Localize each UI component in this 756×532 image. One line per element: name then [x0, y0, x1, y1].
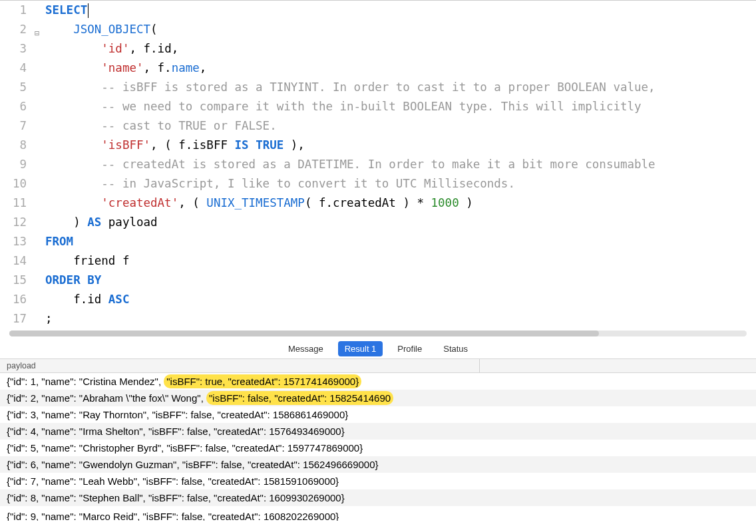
code-text[interactable]: -- createdAt is stored as a DATETIME. In…	[44, 155, 756, 174]
code-line[interactable]: 1SELECT	[0, 1, 756, 20]
result-cell-text: {"id": 2, "name": "Abraham \"the fox\" W…	[7, 392, 206, 404]
result-cell-text: {"id": 3, "name": "Ray Thornton", "isBFF…	[7, 409, 348, 420]
code-line[interactable]: 10 -- in JavaScript, I like to convert i…	[0, 174, 756, 194]
line-number: 10	[0, 174, 35, 194]
code-line[interactable]: 15ORDER BY	[0, 271, 756, 290]
result-row[interactable]: {"id": 2, "name": "Abraham \"the fox\" W…	[0, 390, 756, 406]
code-text[interactable]: -- we need to compare it with the in-bui…	[44, 97, 756, 116]
result-cell-text: {"id": 4, "name": "Irma Shelton", "isBFF…	[7, 426, 345, 437]
result-row[interactable]: {"id": 1, "name": "Cristina Mendez", "is…	[0, 373, 756, 390]
code-text[interactable]: 'name', f.name,	[44, 59, 756, 78]
code-line[interactable]: 16 f.id ASC	[0, 290, 756, 309]
code-line[interactable]: 13FROM	[0, 232, 756, 251]
line-number: 11	[0, 194, 35, 213]
result-cell-text: {"id": 5, "name": "Christopher Byrd", "i…	[7, 442, 363, 454]
tab-message[interactable]: Message	[282, 341, 330, 356]
code-text[interactable]: SELECT	[44, 1, 756, 20]
result-cell-text: {"id": 1, "name": "Cristina Mendez",	[7, 376, 164, 387]
column-header-label: payload	[7, 361, 36, 370]
line-number: 8	[0, 136, 35, 155]
tab-profile[interactable]: Profile	[391, 341, 429, 356]
code-text[interactable]: ORDER BY	[44, 271, 756, 290]
tab-result-1[interactable]: Result 1	[338, 341, 383, 356]
code-area[interactable]: 1SELECT2⊟ JSON_OBJECT(3 'id', f.id,4 'na…	[0, 1, 756, 329]
line-number: 4	[0, 59, 35, 78]
result-row[interactable]: {"id": 8, "name": "Stephen Ball", "isBFF…	[0, 489, 756, 506]
code-line[interactable]: 12 ) AS payload	[0, 213, 756, 232]
line-number: 12	[0, 213, 35, 232]
line-number: 13	[0, 232, 35, 251]
tab-status[interactable]: Status	[437, 341, 474, 356]
horizontal-scrollbar[interactable]	[9, 331, 747, 336]
line-number: 3	[0, 39, 35, 59]
code-line[interactable]: 5 -- isBFF is stored as a TINYINT. In or…	[0, 78, 756, 97]
line-number: 1	[0, 1, 35, 20]
code-text[interactable]: 'isBFF', ( f.isBFF IS TRUE ),	[44, 136, 756, 155]
result-row[interactable]: {"id": 3, "name": "Ray Thornton", "isBFF…	[0, 406, 756, 423]
text-caret	[88, 3, 89, 18]
code-line[interactable]: 8 'isBFF', ( f.isBFF IS TRUE ),	[0, 136, 756, 155]
line-number: 17	[0, 309, 35, 329]
result-cell-text: {"id": 8, "name": "Stephen Ball", "isBFF…	[7, 492, 345, 503]
code-text[interactable]: ) AS payload	[44, 213, 756, 232]
result-row[interactable]: {"id": 4, "name": "Irma Shelton", "isBFF…	[0, 423, 756, 440]
highlighted-text: "isBFF": true, "createdAt": 157174146900…	[164, 374, 361, 388]
code-line[interactable]: 17;	[0, 309, 756, 329]
code-text[interactable]: ;	[44, 309, 756, 329]
code-line[interactable]: 2⊟ JSON_OBJECT(	[0, 20, 756, 39]
code-text[interactable]: -- cast to TRUE or FALSE.	[44, 116, 756, 136]
result-row[interactable]: {"id": 6, "name": "Gwendolyn Guzman", "i…	[0, 456, 756, 473]
code-line[interactable]: 7 -- cast to TRUE or FALSE.	[0, 116, 756, 136]
highlighted-text: "isBFF": false, "createdAt": 15825414690	[206, 391, 393, 405]
result-cell-text: {"id": 6, "name": "Gwendolyn Guzman", "i…	[7, 459, 379, 470]
code-text[interactable]: FROM	[44, 232, 756, 251]
code-text[interactable]: JSON_OBJECT(	[44, 20, 756, 39]
line-number: 16	[0, 290, 35, 309]
line-number: 2	[0, 20, 35, 39]
results-tabs-bar: MessageResult 1ProfileStatus	[0, 339, 756, 359]
code-text[interactable]: 'id', f.id,	[44, 39, 756, 59]
code-line[interactable]: 11 'createdAt', ( UNIX_TIMESTAMP( f.crea…	[0, 194, 756, 213]
code-text[interactable]: f.id ASC	[44, 290, 756, 309]
line-number: 6	[0, 97, 35, 116]
result-row[interactable]: {"id": 7, "name": "Leah Webb", "isBFF": …	[0, 473, 756, 489]
fold-collapse-icon[interactable]: ⊟	[35, 24, 39, 43]
result-row[interactable]: {"id": 9, "name": "Marco Reid", "isBFF":…	[0, 506, 756, 521]
results-column-header: payload	[0, 359, 756, 373]
line-number: 9	[0, 155, 35, 174]
code-text[interactable]: 'createdAt', ( UNIX_TIMESTAMP( f.created…	[44, 194, 756, 213]
code-text[interactable]: friend f	[44, 251, 756, 271]
code-text[interactable]: -- in JavaScript, I like to convert it t…	[44, 174, 756, 194]
code-line[interactable]: 4 'name', f.name,	[0, 59, 756, 78]
result-cell-text: {"id": 9, "name": "Marco Reid", "isBFF":…	[7, 511, 339, 521]
code-line[interactable]: 9 -- createdAt is stored as a DATETIME. …	[0, 155, 756, 174]
results-grid[interactable]: {"id": 1, "name": "Cristina Mendez", "is…	[0, 373, 756, 532]
result-row[interactable]: {"id": 5, "name": "Christopher Byrd", "i…	[0, 440, 756, 456]
code-text[interactable]: -- isBFF is stored as a TINYINT. In orde…	[44, 78, 756, 97]
code-line[interactable]: 3 'id', f.id,	[0, 39, 756, 59]
line-number: 14	[0, 251, 35, 271]
column-divider[interactable]	[479, 359, 480, 372]
line-number: 7	[0, 116, 35, 136]
scrollbar-thumb[interactable]	[9, 331, 599, 336]
sql-editor-pane[interactable]: 1SELECT2⊟ JSON_OBJECT(3 'id', f.id,4 'na…	[0, 0, 756, 339]
line-number: 15	[0, 271, 35, 290]
code-line[interactable]: 6 -- we need to compare it with the in-b…	[0, 97, 756, 116]
result-cell-text: {"id": 7, "name": "Leah Webb", "isBFF": …	[7, 475, 339, 487]
code-line[interactable]: 14 friend f	[0, 251, 756, 271]
line-number: 5	[0, 78, 35, 97]
